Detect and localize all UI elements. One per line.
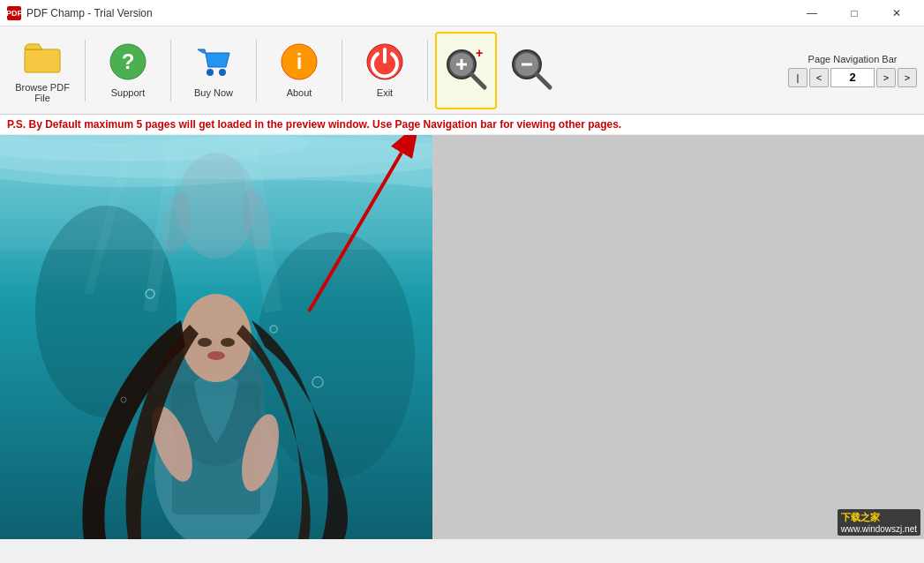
window-title: PDF Champ - Trial Version: [26, 7, 153, 19]
cart-icon: [194, 42, 233, 84]
separator-1: [85, 40, 86, 101]
svg-text:?: ?: [122, 49, 135, 73]
separator-5: [427, 40, 428, 101]
exit-label: Exit: [377, 87, 393, 98]
app-icon: PDF: [7, 6, 21, 20]
nav-prev-button[interactable]: <: [809, 68, 829, 87]
maximize-button[interactable]: □: [834, 0, 875, 26]
watermark-line2: www.windowszj.net: [841, 524, 917, 534]
toolbar: Browse PDF File ? Support Buy Now: [0, 26, 924, 115]
support-label: Support: [111, 87, 146, 98]
close-button[interactable]: ✕: [876, 0, 917, 26]
svg-line-13: [471, 74, 485, 87]
nav-first-button[interactable]: |: [788, 68, 808, 87]
nav-next-button[interactable]: >: [876, 68, 896, 87]
zoom-out-icon: [509, 47, 553, 94]
browse-pdf-label: Browse PDF File: [11, 82, 74, 103]
zoom-in-icon: +: [444, 47, 488, 94]
separator-3: [256, 40, 257, 101]
title-bar-left: PDF PDF Champ - Trial Version: [7, 6, 153, 20]
nav-last-button[interactable]: >: [898, 68, 917, 87]
buy-now-button[interactable]: Buy Now: [178, 32, 249, 109]
zoom-out-button[interactable]: [500, 32, 562, 109]
power-icon: [365, 42, 404, 84]
svg-marker-3: [198, 49, 229, 67]
pdf-image: [0, 135, 432, 539]
svg-point-32: [221, 338, 235, 347]
nav-controls: | < > >: [788, 68, 917, 87]
watermark-line1: 下载之家: [841, 511, 917, 524]
status-message: P.S. By Default maximum 5 pages will get…: [7, 118, 621, 131]
info-icon: i: [280, 42, 319, 84]
watermark: 下载之家 www.windowszj.net: [838, 509, 920, 536]
separator-2: [170, 40, 171, 101]
svg-rect-0: [25, 49, 60, 72]
app-icon-text: PDF: [6, 9, 22, 18]
question-icon: ?: [109, 42, 147, 84]
svg-text:i: i: [297, 49, 303, 73]
content-area: 下载之家 www.windowszj.net: [0, 135, 924, 539]
buy-now-label: Buy Now: [194, 87, 233, 98]
folder-icon: [23, 37, 62, 79]
right-preview-area: [432, 135, 924, 539]
status-bar: P.S. By Default maximum 5 pages will get…: [0, 115, 924, 135]
support-button[interactable]: ? Support: [93, 32, 163, 109]
pdf-preview: [0, 135, 432, 539]
page-number-input[interactable]: [830, 68, 875, 87]
svg-point-33: [207, 351, 225, 360]
separator-4: [342, 40, 342, 101]
svg-text:+: +: [476, 47, 483, 60]
svg-point-5: [219, 69, 226, 76]
zoom-in-button[interactable]: +: [435, 32, 497, 109]
svg-point-4: [207, 69, 214, 76]
about-label: About: [287, 87, 312, 98]
page-navigation-bar: Page Navigation Bar | < > >: [788, 54, 917, 87]
minimize-button[interactable]: —: [792, 0, 832, 26]
svg-point-31: [198, 338, 212, 347]
about-button[interactable]: i About: [264, 32, 334, 109]
browse-pdf-button[interactable]: Browse PDF File: [7, 32, 78, 109]
svg-line-18: [537, 74, 550, 87]
nav-bar-label: Page Navigation Bar: [808, 54, 898, 64]
title-bar: PDF PDF Champ - Trial Version — □ ✕: [0, 0, 924, 26]
pdf-page-inner: [0, 135, 432, 539]
exit-button[interactable]: Exit: [349, 32, 420, 109]
title-bar-controls: — □ ✕: [792, 0, 917, 26]
